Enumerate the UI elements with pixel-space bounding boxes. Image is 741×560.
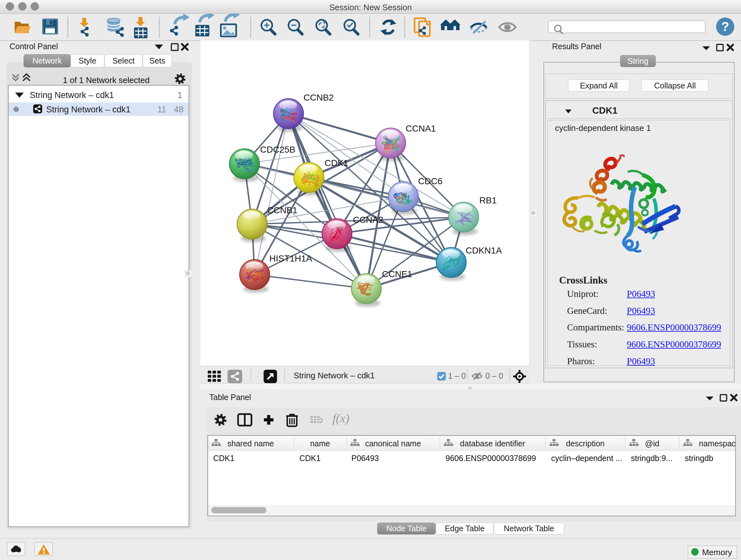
svg-text:CDC25B: CDC25B (260, 145, 295, 154)
svg-text:CCNE1: CCNE1 (382, 269, 412, 279)
svg-text:CCNB2: CCNB2 (304, 92, 334, 103)
svg-text:RB1: RB1 (479, 195, 496, 205)
svg-text:CDK1: CDK1 (325, 158, 348, 168)
svg-text:CDC6: CDC6 (418, 176, 442, 186)
svg-text:CCNB1: CCNB1 (267, 205, 297, 215)
svg-text:CCNA2: CCNA2 (353, 215, 383, 225)
svg-text:CDKN1A: CDKN1A (466, 246, 502, 255)
svg-text:CCNA1: CCNA1 (406, 124, 436, 133)
svg-text:HIST1H1A: HIST1H1A (269, 253, 312, 263)
